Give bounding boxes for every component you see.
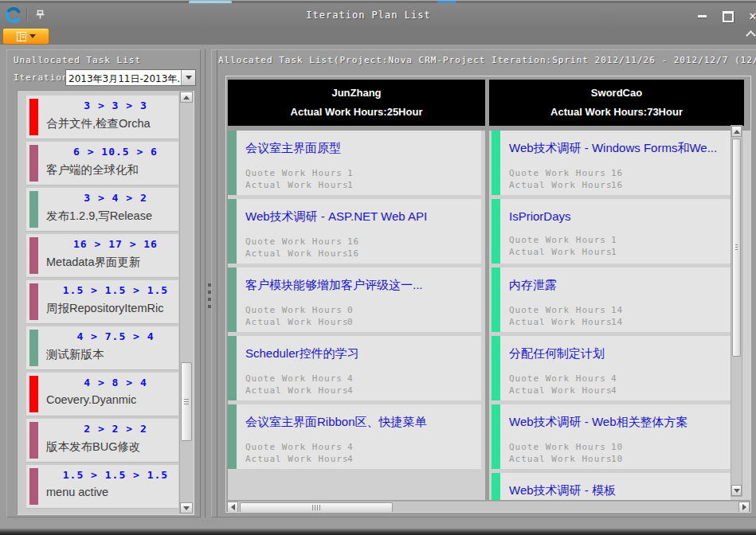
task-title: 测试新版本	[46, 347, 174, 362]
scrollbar-thumb[interactable]	[732, 139, 741, 357]
task-title: Scheduler控件的学习	[245, 346, 478, 361]
allocated-task-card[interactable]: 会议室主界面原型 Quote Work Hours1 Actual Work H…	[228, 131, 481, 195]
titlebar: Iteration Plan List ✕	[0, 3, 756, 26]
task-card[interactable]: 1.5 > 1.5 > 1.5 menu active	[26, 465, 178, 508]
task-title: 合并文件,检查Orcha	[46, 116, 174, 131]
iteration-combobox[interactable]: 2013年3月11日-2013年...	[65, 69, 196, 86]
task-card[interactable]: 6 > 10.5 > 6 客户端的全球化和	[26, 142, 178, 185]
task-hours: Quote Work Hours4 Actual Work Hours4	[245, 441, 478, 465]
allocated-task-card[interactable]: 内存泄露 Quote Work Hours14 Actual Work Hour…	[492, 268, 731, 332]
task-metrics: 1.5 > 1.5 > 1.5	[46, 284, 174, 296]
quote-hours-value: 1	[611, 235, 617, 245]
quote-hours-value: 16	[347, 236, 359, 247]
task-metrics: 16 > 17 > 16	[46, 238, 174, 250]
task-title: Web技术调研 - ASP.NET Web API	[245, 209, 478, 225]
scrollbar-thumb[interactable]	[240, 502, 393, 513]
panel-splitter[interactable]	[205, 49, 206, 517]
task-title: 内存泄露	[509, 278, 727, 293]
scroll-right-button[interactable]	[738, 502, 750, 513]
task-status-bar	[29, 237, 38, 274]
task-title: 会议室主界面Ribbon区、快捷菜单	[245, 415, 478, 430]
collapse-ribbon-icon[interactable]	[746, 30, 756, 41]
scroll-down-button[interactable]	[731, 485, 742, 496]
minimize-button[interactable]	[693, 10, 711, 22]
task-card[interactable]: 4 > 7.5 > 4 测试新版本	[26, 326, 178, 369]
chevron-down-icon	[29, 34, 36, 38]
task-card[interactable]: 3 > 3 > 3 合并文件,检查Orcha	[26, 96, 178, 139]
task-metrics: 1.5 > 1.5 > 1.5	[46, 469, 174, 481]
task-hours: Quote Work Hours16 Actual Work Hours16	[245, 236, 478, 260]
minimize-icon	[698, 15, 707, 18]
allocated-task-card[interactable]: 会议室主界面Ribbon区、快捷菜单 Quote Work Hours4 Act…	[228, 404, 481, 469]
swordcao-list-scrollbar[interactable]	[731, 125, 742, 497]
task-title: 发布1.2.9,写Release	[46, 209, 174, 224]
close-button[interactable]: ✕	[744, 10, 756, 22]
member-header: SwordCao Actual Work Hours:73Hour	[489, 80, 744, 126]
task-metrics: 3 > 4 > 2	[46, 192, 174, 204]
task-metrics: 4 > 7.5 > 4	[46, 330, 174, 342]
actual-hours-value: 16	[611, 180, 623, 190]
task-card[interactable]: 3 > 4 > 2 发布1.2.9,写Release	[26, 188, 178, 231]
actual-hours-value: 0	[347, 317, 354, 327]
allocated-task-card[interactable]: Scheduler控件的学习 Quote Work Hours4 Actual …	[228, 336, 481, 400]
scroll-up-button[interactable]	[180, 92, 193, 103]
allocated-horizontal-scrollbar[interactable]	[227, 501, 750, 513]
task-status-bar	[29, 99, 38, 135]
quote-hours-value: 16	[611, 168, 623, 178]
actual-hours-value: 4	[347, 385, 354, 396]
task-hours: Quote Work Hours0 Actual Work Hours0	[245, 304, 478, 328]
iteration-combobox-value: 2013年3月11日-2013年...	[66, 70, 181, 85]
scroll-up-button[interactable]	[731, 126, 742, 137]
allocated-task-card[interactable]: Web技术调研 - 模板 Quote Work Hours Actual Wor…	[492, 473, 731, 500]
arrow-up-icon	[183, 96, 190, 100]
scrollbar-thumb[interactable]	[181, 362, 192, 441]
member-header: JunZhang Actual Work Hours:25Hour	[228, 80, 485, 126]
member-total-hours: Actual Work Hours:25Hour	[291, 106, 423, 118]
quote-hours-value: 14	[611, 305, 623, 315]
allocated-task-card[interactable]: IsPriorDays Quote Work Hours1 Actual Wor…	[492, 199, 731, 264]
task-status-bar	[492, 404, 500, 469]
scroll-left-button[interactable]	[227, 502, 238, 513]
task-status-bar	[492, 473, 500, 500]
scroll-down-button[interactable]	[180, 502, 193, 514]
task-metrics: 6 > 10.5 > 6	[46, 146, 174, 158]
task-metrics: 2 > 2 > 2	[46, 423, 174, 435]
task-card[interactable]: 2 > 2 > 2 版本发布BUG修改	[26, 419, 178, 462]
view-menu-button[interactable]	[2, 28, 49, 45]
task-status-bar	[228, 404, 237, 469]
ribbon-bar	[0, 26, 756, 45]
member-task-list: Web技术调研 - Windows Forms和We... Quote Work…	[489, 131, 751, 500]
task-card[interactable]: 4 > 8 > 4 Coevery.Dyanmic	[26, 373, 178, 416]
task-status-bar	[29, 422, 38, 459]
task-title: menu active	[46, 486, 174, 498]
allocated-task-card[interactable]: 客户模块能够增加客户评级这一... Quote Work Hours0 Actu…	[228, 268, 481, 332]
quote-hours-value: 0	[347, 305, 354, 315]
allocated-task-panel: Allocated Task List(Project:Nova CRM-Pro…	[211, 49, 756, 517]
actual-hours-value: 4	[611, 385, 617, 396]
task-hours: Quote Work Hours4 Actual Work Hours4	[509, 373, 727, 396]
member-name: JunZhang	[331, 87, 381, 99]
maximize-button[interactable]	[719, 10, 737, 22]
task-status-bar	[29, 191, 38, 228]
allocated-task-card[interactable]: Web技术调研 - Web相关整体方案 Quote Work Hours10 A…	[492, 404, 731, 469]
task-status-bar	[29, 330, 38, 366]
task-status-bar	[29, 376, 38, 412]
task-status-bar	[492, 199, 500, 264]
left-list-scrollbar[interactable]	[179, 92, 193, 514]
iteration-label: Iteration	[14, 72, 69, 83]
task-title: Web技术调研 - Windows Forms和We...	[509, 141, 727, 156]
iteration-combobox-dropdown-button[interactable]	[181, 70, 195, 85]
actual-hours-value: 14	[611, 317, 623, 327]
allocated-task-card[interactable]: Web技术调研 - Windows Forms和We... Quote Work…	[492, 131, 731, 195]
task-card[interactable]: 16 > 17 > 16 Metadata界面更新	[26, 234, 178, 277]
task-card[interactable]: 1.5 > 1.5 > 1.5 周报RepositoryItemRic	[26, 280, 178, 323]
task-status-bar	[228, 131, 237, 195]
quote-hours-value: 1	[347, 168, 354, 178]
allocated-task-card[interactable]: Web技术调研 - ASP.NET Web API Quote Work Hou…	[228, 199, 481, 264]
task-title: Metadata界面更新	[46, 255, 174, 270]
quote-hours-value: 4	[347, 442, 354, 452]
member-task-list: 会议室主界面原型 Quote Work Hours1 Actual Work H…	[228, 131, 485, 500]
task-title: 客户端的全球化和	[46, 162, 174, 178]
allocated-task-card[interactable]: 分配任何制定计划 Quote Work Hours4 Actual Work H…	[492, 336, 731, 400]
task-hours: Quote Work Hours10 Actual Work Hours10	[509, 441, 727, 465]
